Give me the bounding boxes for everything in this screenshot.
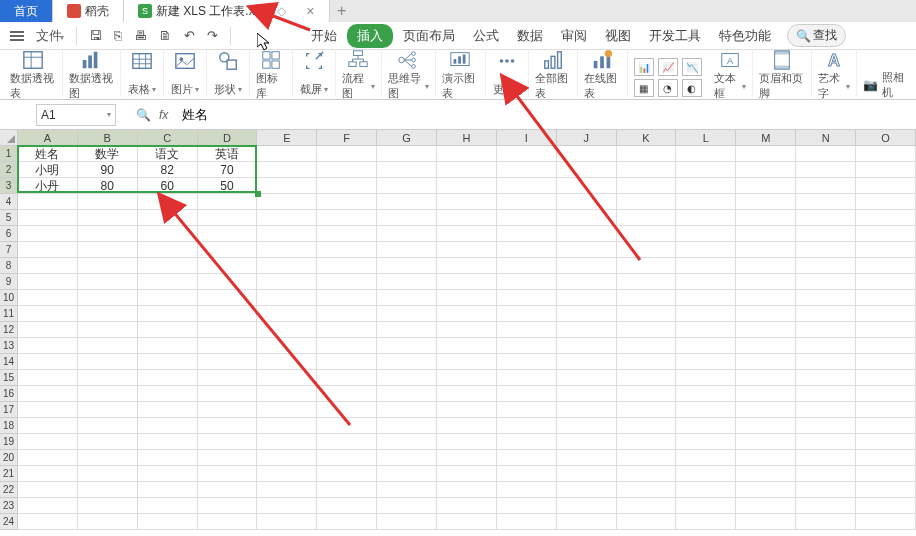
cell[interactable] bbox=[317, 210, 377, 226]
cell[interactable] bbox=[198, 434, 258, 450]
row-header-11[interactable]: 11 bbox=[0, 306, 18, 322]
cell[interactable] bbox=[796, 306, 856, 322]
cell[interactable] bbox=[138, 354, 198, 370]
cell[interactable] bbox=[796, 338, 856, 354]
cell[interactable] bbox=[557, 450, 617, 466]
cell[interactable] bbox=[617, 162, 677, 178]
cell[interactable] bbox=[18, 274, 78, 290]
cell[interactable] bbox=[78, 498, 138, 514]
cell[interactable] bbox=[796, 482, 856, 498]
menu-start[interactable]: 开始 bbox=[303, 23, 345, 49]
cell[interactable] bbox=[437, 258, 497, 274]
row-header-20[interactable]: 20 bbox=[0, 450, 18, 466]
cell[interactable] bbox=[796, 210, 856, 226]
cell[interactable] bbox=[557, 434, 617, 450]
cell[interactable] bbox=[736, 146, 796, 162]
cell[interactable] bbox=[557, 402, 617, 418]
cell[interactable]: 英语 bbox=[198, 146, 258, 162]
cell[interactable] bbox=[257, 402, 317, 418]
cell[interactable] bbox=[377, 338, 437, 354]
cell[interactable] bbox=[198, 306, 258, 322]
cell[interactable] bbox=[497, 450, 557, 466]
cell[interactable] bbox=[796, 370, 856, 386]
cell[interactable] bbox=[497, 146, 557, 162]
cell[interactable] bbox=[796, 386, 856, 402]
cell[interactable] bbox=[497, 178, 557, 194]
cell[interactable] bbox=[257, 162, 317, 178]
cell[interactable] bbox=[317, 434, 377, 450]
print-icon[interactable]: 🖶 bbox=[130, 26, 151, 45]
row-header-1[interactable]: 1 bbox=[0, 146, 18, 162]
cell[interactable] bbox=[78, 354, 138, 370]
cell[interactable] bbox=[198, 402, 258, 418]
row-header-16[interactable]: 16 bbox=[0, 386, 18, 402]
row-header-23[interactable]: 23 bbox=[0, 498, 18, 514]
cell[interactable] bbox=[257, 178, 317, 194]
cell[interactable] bbox=[257, 482, 317, 498]
cell[interactable] bbox=[437, 370, 497, 386]
cell[interactable] bbox=[736, 370, 796, 386]
cell[interactable] bbox=[317, 418, 377, 434]
cell[interactable] bbox=[736, 210, 796, 226]
cell[interactable] bbox=[557, 146, 617, 162]
cell[interactable] bbox=[796, 418, 856, 434]
cell[interactable] bbox=[736, 386, 796, 402]
cells-area[interactable]: 姓名数学语文英语小明908270小丹806050 bbox=[18, 146, 916, 536]
cell[interactable] bbox=[198, 370, 258, 386]
cell[interactable] bbox=[557, 514, 617, 530]
cell[interactable] bbox=[18, 434, 78, 450]
cell[interactable] bbox=[557, 386, 617, 402]
cell[interactable] bbox=[676, 482, 736, 498]
cell[interactable] bbox=[676, 306, 736, 322]
cell[interactable] bbox=[78, 242, 138, 258]
cell[interactable] bbox=[856, 370, 916, 386]
menu-dev[interactable]: 开发工具 bbox=[641, 23, 709, 49]
redo-icon[interactable]: ↷ bbox=[203, 26, 222, 45]
cell[interactable] bbox=[497, 258, 557, 274]
row-header-13[interactable]: 13 bbox=[0, 338, 18, 354]
ribbon-pivot-table[interactable]: 数据透视表 bbox=[4, 49, 63, 97]
cell[interactable] bbox=[617, 194, 677, 210]
cell[interactable] bbox=[676, 354, 736, 370]
cell[interactable] bbox=[676, 226, 736, 242]
row-header-22[interactable]: 22 bbox=[0, 482, 18, 498]
menu-data[interactable]: 数据 bbox=[509, 23, 551, 49]
cell[interactable] bbox=[138, 466, 198, 482]
cell[interactable] bbox=[138, 370, 198, 386]
fx-icon[interactable]: fx bbox=[159, 108, 168, 122]
cell[interactable] bbox=[257, 418, 317, 434]
cell[interactable] bbox=[198, 450, 258, 466]
cell[interactable] bbox=[317, 242, 377, 258]
cell[interactable] bbox=[736, 290, 796, 306]
cell[interactable] bbox=[557, 306, 617, 322]
cell[interactable] bbox=[796, 226, 856, 242]
cell[interactable] bbox=[377, 370, 437, 386]
cell[interactable] bbox=[796, 450, 856, 466]
cell[interactable]: 60 bbox=[138, 178, 198, 194]
cell[interactable] bbox=[317, 386, 377, 402]
cell[interactable] bbox=[198, 466, 258, 482]
cell[interactable] bbox=[617, 466, 677, 482]
cell[interactable] bbox=[796, 178, 856, 194]
pin-icon[interactable]: ◇ bbox=[277, 4, 286, 18]
cell[interactable] bbox=[617, 210, 677, 226]
cell[interactable] bbox=[377, 210, 437, 226]
col-header-B[interactable]: B bbox=[78, 130, 138, 146]
cell[interactable] bbox=[18, 290, 78, 306]
cell[interactable] bbox=[856, 418, 916, 434]
cell[interactable] bbox=[377, 306, 437, 322]
cell[interactable] bbox=[796, 434, 856, 450]
cell[interactable] bbox=[676, 274, 736, 290]
col-header-A[interactable]: A bbox=[18, 130, 78, 146]
cell[interactable] bbox=[377, 354, 437, 370]
cell[interactable] bbox=[317, 482, 377, 498]
cell[interactable] bbox=[676, 434, 736, 450]
col-header-C[interactable]: C bbox=[138, 130, 198, 146]
cell[interactable] bbox=[856, 146, 916, 162]
menu-formula[interactable]: 公式 bbox=[465, 23, 507, 49]
cell[interactable] bbox=[676, 450, 736, 466]
undo-icon[interactable]: ↶ bbox=[180, 26, 199, 45]
cell[interactable] bbox=[856, 242, 916, 258]
cell[interactable] bbox=[377, 258, 437, 274]
cell[interactable] bbox=[617, 434, 677, 450]
